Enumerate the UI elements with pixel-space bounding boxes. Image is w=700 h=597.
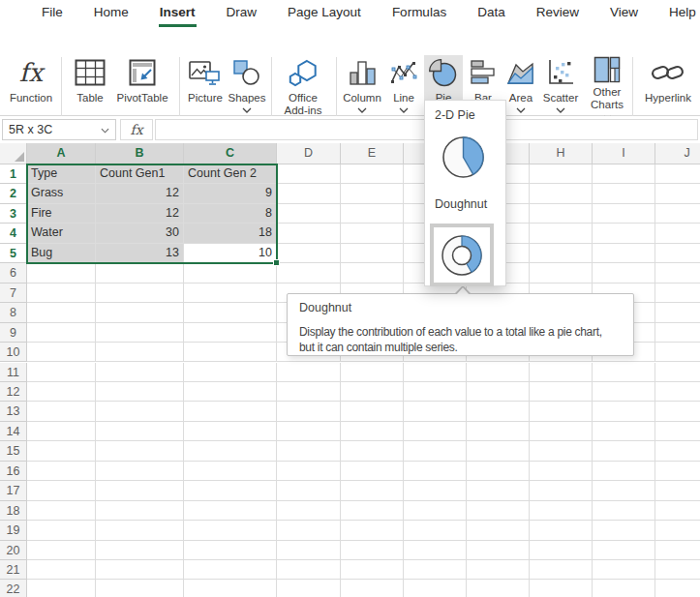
cell-A18[interactable] <box>27 501 96 521</box>
cell-C22[interactable] <box>184 580 277 597</box>
cell-E18[interactable] <box>341 501 404 521</box>
cell-I17[interactable] <box>593 481 655 500</box>
menu-item-insert[interactable]: Insert <box>159 1 197 27</box>
cell-F15[interactable] <box>404 441 467 461</box>
cell-H13[interactable] <box>530 402 593 421</box>
cell-I11[interactable] <box>593 363 655 382</box>
cell-H3[interactable] <box>530 204 593 224</box>
cell-B12[interactable] <box>96 382 184 402</box>
column-header-A[interactable]: A <box>27 143 96 164</box>
cell-E19[interactable] <box>341 521 404 540</box>
cell-J12[interactable] <box>655 382 700 402</box>
cell-G13[interactable] <box>467 402 530 421</box>
cell-H4[interactable] <box>530 224 593 243</box>
cell-A7[interactable] <box>27 284 96 303</box>
cell-D1[interactable] <box>277 164 341 184</box>
cell-A12[interactable] <box>27 382 96 402</box>
cell-J16[interactable] <box>655 462 700 481</box>
cell-I14[interactable] <box>593 422 655 441</box>
row-header-17[interactable]: 17 <box>0 481 27 500</box>
column-header-H[interactable]: H <box>530 143 593 164</box>
cell-C12[interactable] <box>184 382 277 402</box>
cell-J6[interactable] <box>655 263 700 283</box>
cell-D16[interactable] <box>277 462 341 481</box>
office-addins-button[interactable]: Office Add-ins <box>274 56 332 120</box>
cell-B13[interactable] <box>96 402 184 421</box>
cell-B4[interactable]: 30 <box>96 224 184 243</box>
cell-C13[interactable] <box>184 402 277 421</box>
cell-D19[interactable] <box>277 521 341 540</box>
cell-J2[interactable] <box>655 184 700 203</box>
cell-J18[interactable] <box>655 501 700 521</box>
cell-E13[interactable] <box>341 402 404 421</box>
cell-J20[interactable] <box>655 541 700 560</box>
cell-A2[interactable]: Grass <box>27 184 96 203</box>
cell-I22[interactable] <box>593 580 655 597</box>
cell-F11[interactable] <box>404 363 467 382</box>
cell-I16[interactable] <box>593 462 655 481</box>
function-button[interactable]: fx Function <box>6 56 56 120</box>
menu-item-formulas[interactable]: Formulas <box>391 1 447 27</box>
cell-C21[interactable] <box>184 560 277 580</box>
cell-J5[interactable] <box>655 244 700 263</box>
cell-E5[interactable] <box>341 244 404 263</box>
row-header-21[interactable]: 21 <box>0 560 27 580</box>
cell-I20[interactable] <box>593 541 655 560</box>
shapes-button[interactable]: Shapes <box>226 56 268 120</box>
cell-H22[interactable] <box>530 580 593 597</box>
cell-D22[interactable] <box>277 580 341 597</box>
table-button[interactable]: Table <box>70 56 110 120</box>
cell-B20[interactable] <box>96 541 184 560</box>
cell-I18[interactable] <box>593 501 655 521</box>
other-charts-button[interactable]: Other Charts <box>582 56 632 120</box>
cell-H19[interactable] <box>530 521 593 540</box>
picture-button[interactable]: Picture <box>184 56 227 120</box>
cell-E12[interactable] <box>341 382 404 402</box>
cell-E21[interactable] <box>341 560 404 580</box>
cell-A3[interactable]: Fire <box>27 204 96 224</box>
cell-F12[interactable] <box>404 382 467 402</box>
cell-E4[interactable] <box>341 224 404 243</box>
row-header-22[interactable]: 22 <box>0 580 27 597</box>
cell-B3[interactable]: 12 <box>96 204 184 224</box>
cell-I3[interactable] <box>593 204 655 224</box>
cell-F17[interactable] <box>404 481 467 500</box>
cell-B14[interactable] <box>96 422 184 441</box>
cell-F21[interactable] <box>404 560 467 580</box>
cell-B8[interactable] <box>96 303 184 322</box>
2d-pie-option[interactable] <box>441 134 486 184</box>
cell-G21[interactable] <box>467 560 530 580</box>
cell-B19[interactable] <box>96 521 184 540</box>
row-header-20[interactable]: 20 <box>0 541 27 560</box>
cell-E14[interactable] <box>341 422 404 441</box>
cell-I13[interactable] <box>593 402 655 421</box>
cell-J9[interactable] <box>655 323 700 343</box>
cell-H17[interactable] <box>530 481 593 500</box>
cell-J22[interactable] <box>655 580 700 597</box>
cell-F22[interactable] <box>404 580 467 597</box>
cell-C1[interactable]: Count Gen 2 <box>184 164 277 184</box>
cell-E22[interactable] <box>341 580 404 597</box>
cell-G20[interactable] <box>467 541 530 560</box>
menu-item-draw[interactable]: Draw <box>226 1 259 27</box>
cell-A1[interactable]: Type <box>27 164 96 184</box>
cell-C2[interactable]: 9 <box>184 184 277 203</box>
cell-A8[interactable] <box>27 303 96 322</box>
cell-G11[interactable] <box>467 363 530 382</box>
cell-C15[interactable] <box>184 441 277 461</box>
cell-H14[interactable] <box>530 422 593 441</box>
cell-C3[interactable]: 8 <box>184 204 277 224</box>
cell-I15[interactable] <box>593 441 655 461</box>
row-header-15[interactable]: 15 <box>0 441 27 461</box>
cell-I6[interactable] <box>593 263 655 283</box>
cell-C5[interactable]: 10 <box>184 244 277 263</box>
cell-C6[interactable] <box>184 263 277 283</box>
menu-item-help[interactable]: Help <box>668 1 697 27</box>
column-header-C[interactable]: C <box>184 143 277 164</box>
cell-E16[interactable] <box>341 462 404 481</box>
cell-B22[interactable] <box>96 580 184 597</box>
cell-A4[interactable]: Water <box>27 224 96 243</box>
cell-G18[interactable] <box>467 501 530 521</box>
cell-J8[interactable] <box>655 303 700 322</box>
cell-H20[interactable] <box>530 541 593 560</box>
